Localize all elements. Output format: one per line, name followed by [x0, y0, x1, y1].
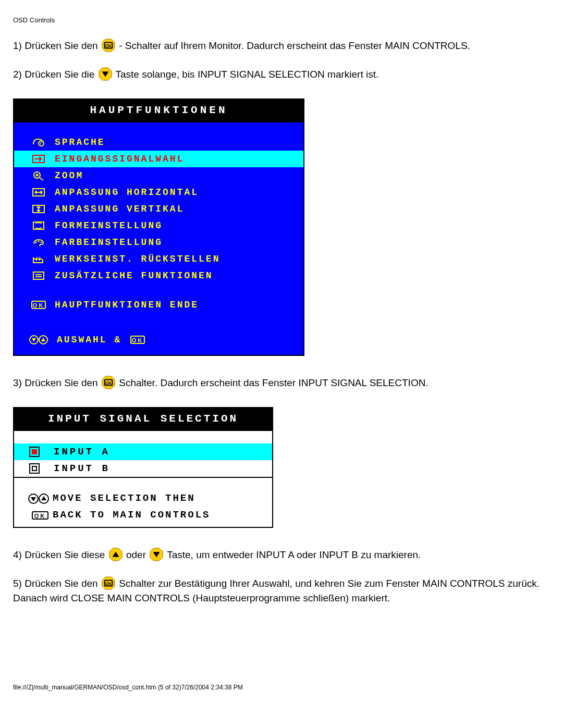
input-signal-icon	[30, 153, 47, 165]
osd1-item-label: FARBEINSTELLUNG	[47, 236, 163, 249]
step-2-text-a: 2) Drücken Sie die	[13, 69, 97, 80]
osd2-title: INPUT SIGNAL SELECTION	[14, 408, 272, 431]
down-button-icon	[150, 548, 163, 561]
osd2-item-label: INPUT A	[54, 445, 110, 460]
step-4-text-a: 4) Drücken Sie diese	[13, 549, 108, 560]
osd2-item-input-a[interactable]: INPUT A	[14, 443, 272, 460]
osd-main-controls: HAUPTFUNKTIONEN SPRACHE EINGANGSSIGNALWA…	[13, 98, 304, 356]
step-1: 1) Drücken Sie den - Schalter auf Ihrem …	[13, 39, 550, 53]
osd1-item-label: EINGANGSSIGNALWAHL	[47, 152, 184, 166]
language-icon	[30, 137, 47, 148]
down-button-icon	[99, 67, 112, 81]
osd1-item-label: FORMEINSTELLUNG	[47, 219, 163, 232]
osd2-foot-1: MOVE SELECTION THEN	[14, 490, 272, 507]
osd2-item-label: INPUT B	[54, 462, 110, 476]
factory-reset-icon	[30, 253, 47, 265]
step-1-text-b: - Schalter auf Ihrem Monitor. Dadurch er…	[119, 40, 470, 51]
step-1-text-a: 1) Drücken Sie den	[13, 40, 101, 51]
extra-functions-icon	[30, 270, 47, 281]
page-header: OSD Controls	[13, 16, 550, 26]
up-button-icon	[109, 548, 123, 561]
osd1-item-label: ANPASSUNG HORIZONTAL	[47, 186, 199, 199]
horizontal-adjust-icon	[30, 187, 47, 198]
osd1-item-zoom[interactable]: ZOOM	[14, 167, 303, 184]
osd2-foot-2-label: BACK TO MAIN CONTROLS	[53, 508, 210, 523]
vertical-adjust-icon	[30, 203, 47, 215]
osd2-item-input-b[interactable]: INPUT B	[14, 460, 272, 477]
osd1-item-label: SPRACHE	[47, 135, 105, 149]
ok-button-icon	[102, 376, 115, 389]
osd1-footer: AUSWAHL &	[14, 326, 303, 352]
osd1-item-label: ANPASSUNG VERTIKAL	[47, 202, 184, 216]
osd-input-signal-selection: INPUT SIGNAL SELECTION INPUT A INPUT B M…	[13, 407, 273, 528]
osd1-close-label: HAUPTFUNKTIONEN ENDE	[47, 298, 199, 312]
step-5: 5) Drücken Sie den Schalter zur Bestätig…	[13, 576, 550, 605]
osd1-item-vadjust[interactable]: ANPASSUNG VERTIKAL	[14, 201, 303, 217]
step-4: 4) Drücken Sie diese oder Taste, um entw…	[13, 548, 550, 562]
page-footer: file:///Z|/multi_manual/GERMAN/OSD/osd_c…	[13, 683, 550, 692]
osd1-item-sprache[interactable]: SPRACHE	[14, 134, 303, 151]
updown-icon	[28, 493, 53, 504]
osd1-item-label: ZOOM	[47, 169, 83, 182]
osd1-item-factory[interactable]: WERKSEINST. RÜCKSTELLEN	[14, 251, 303, 267]
ok-icon	[130, 334, 145, 346]
color-icon	[30, 237, 47, 248]
osd1-footer-label: AUSWAHL &	[50, 333, 121, 347]
osd2-foot-1-label: MOVE SELECTION THEN	[53, 491, 195, 506]
osd1-item-label: WERKSEINST. RÜCKSTELLEN	[47, 252, 220, 266]
osd1-item-shape[interactable]: FORMEINSTELLUNG	[14, 217, 303, 234]
zoom-icon	[30, 170, 47, 181]
osd1-item-color[interactable]: FARBEINSTELLUNG	[14, 234, 303, 251]
osd1-item-extra[interactable]: ZUSÄTZLICHE FUNKTIONEN	[14, 267, 303, 284]
ok-icon	[28, 510, 53, 521]
updown-icon	[29, 334, 50, 346]
ok-button-icon	[102, 576, 115, 590]
step-2: 2) Drücken Sie die Taste solange, bis IN…	[13, 67, 550, 82]
osd2-foot-2: BACK TO MAIN CONTROLS	[14, 507, 272, 527]
osd1-title: HAUPTFUNKTIONEN	[14, 100, 303, 122]
osd1-item-label: ZUSÄTZLICHE FUNKTIONEN	[47, 269, 213, 282]
osd1-item-eingangssignal[interactable]: EINGANGSSIGNALWAHL	[14, 151, 303, 167]
step-2-text-b: Taste solange, bis INPUT SIGNAL SELECTIO…	[116, 69, 379, 80]
radio-selected-icon	[29, 446, 54, 458]
step-4-text-c: Taste, um entweder INPUT A oder INPUT B …	[167, 549, 421, 560]
step-4-text-b: oder	[126, 549, 149, 560]
step-3: 3) Drücken Sie den Schalter. Dadurch ers…	[13, 376, 550, 390]
osd1-item-close[interactable]: HAUPTFUNKTIONEN ENDE	[14, 297, 303, 313]
osd1-item-hadjust[interactable]: ANPASSUNG HORIZONTAL	[14, 184, 303, 201]
ok-icon	[30, 299, 47, 311]
step-5-text-a: 5) Drücken Sie den	[13, 578, 101, 589]
shape-icon	[30, 220, 47, 231]
ok-button-icon	[102, 39, 115, 52]
step-3-text-a: 3) Drücken Sie den	[13, 377, 101, 388]
step-3-text-b: Schalter. Dadurch erscheint das Fenster …	[119, 377, 428, 388]
radio-unselected-icon	[29, 463, 54, 474]
